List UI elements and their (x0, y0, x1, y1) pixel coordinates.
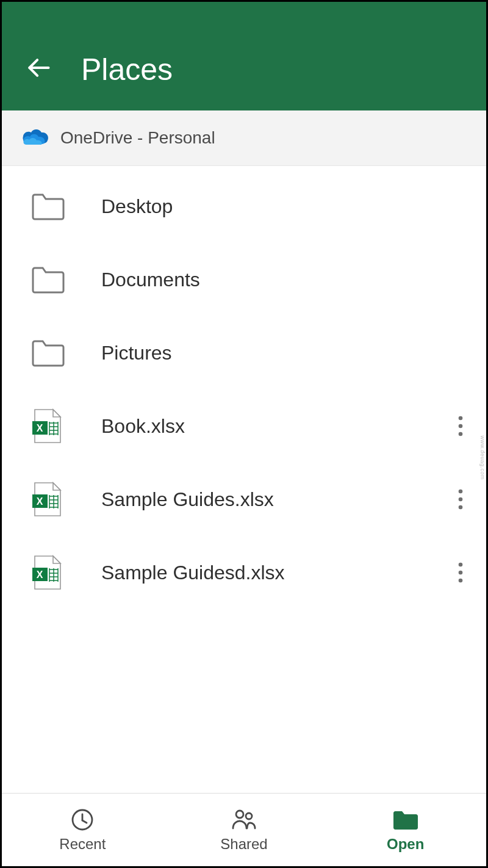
tab-open[interactable]: Open (325, 794, 486, 866)
item-label: Sample Guides.xlsx (101, 488, 435, 511)
folder-icon (31, 192, 101, 220)
folder-icon (31, 339, 101, 367)
clock-icon (70, 808, 95, 832)
bottom-nav: Recent Shared Open (2, 793, 486, 866)
watermark: www.deuag.com (479, 435, 486, 480)
item-label: Sample Guidesd.xlsx (101, 562, 435, 584)
svg-point-36 (459, 579, 463, 583)
back-button[interactable] (25, 54, 52, 84)
svg-point-10 (459, 416, 463, 421)
excel-file-icon: X (31, 408, 101, 444)
more-vertical-icon (458, 489, 463, 510)
tab-recent[interactable]: Recent (2, 794, 163, 866)
app-header: Places (2, 2, 486, 110)
folder-open-icon (392, 808, 420, 832)
more-options-button[interactable] (435, 489, 486, 510)
excel-file-icon: X (31, 555, 101, 590)
svg-point-12 (459, 432, 463, 436)
file-list: Desktop Documents Pictures X (2, 166, 486, 793)
svg-text:X: X (37, 570, 43, 580)
svg-point-35 (459, 571, 463, 575)
svg-text:X: X (37, 423, 43, 433)
tab-label: Shared (220, 836, 267, 853)
location-label: OneDrive - Personal (60, 128, 215, 148)
svg-point-11 (459, 424, 463, 429)
list-item[interactable]: Desktop (2, 170, 486, 243)
svg-point-22 (459, 490, 463, 494)
tab-label: Open (387, 836, 424, 853)
svg-point-41 (246, 813, 252, 819)
page-title: Places (81, 52, 173, 87)
more-vertical-icon (458, 562, 463, 583)
svg-point-40 (236, 811, 243, 818)
folder-icon (31, 266, 101, 294)
onedrive-icon (20, 126, 51, 150)
item-label: Book.xlsx (101, 415, 435, 438)
list-item[interactable]: X Book.xlsx (2, 389, 486, 463)
location-bar[interactable]: OneDrive - Personal (2, 110, 486, 166)
more-options-button[interactable] (435, 562, 486, 583)
svg-text:X: X (37, 496, 43, 507)
svg-line-39 (82, 820, 87, 823)
more-vertical-icon (458, 416, 463, 436)
more-options-button[interactable] (435, 416, 486, 436)
shared-icon (231, 808, 257, 832)
tab-shared[interactable]: Shared (163, 794, 325, 866)
list-item[interactable]: X Sample Guides.xlsx (2, 463, 486, 536)
tab-label: Recent (59, 836, 106, 853)
list-item[interactable]: X Sample Guidesd.xlsx (2, 536, 486, 609)
svg-point-24 (459, 505, 463, 510)
list-item[interactable]: Pictures (2, 316, 486, 389)
list-item[interactable]: Documents (2, 243, 486, 316)
item-label: Pictures (101, 342, 486, 364)
back-arrow-icon (25, 54, 52, 81)
svg-point-34 (459, 563, 463, 567)
item-label: Documents (101, 269, 486, 291)
excel-file-icon: X (31, 482, 101, 517)
item-label: Desktop (101, 195, 486, 218)
svg-point-23 (459, 497, 463, 502)
